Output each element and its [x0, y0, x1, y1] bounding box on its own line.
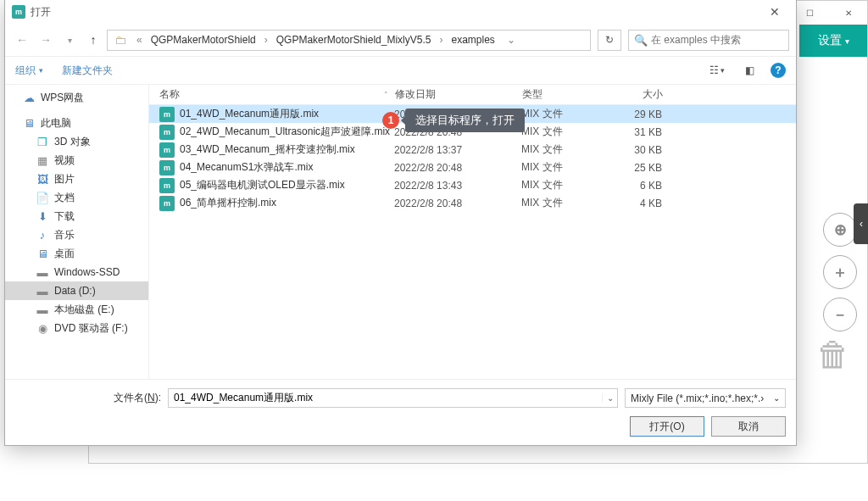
chevron-down-icon: ⌄ [773, 393, 780, 403]
tree-label: DVD 驱动器 (F:) [54, 321, 128, 336]
file-row[interactable]: m06_简单摇杆控制.mix2022/2/8 20:48MIX 文件4 KB [149, 194, 796, 212]
file-icon: m [159, 160, 175, 175]
tree-data-d[interactable]: ▬Data (D:) [5, 281, 148, 300]
tree-label: 下载 [54, 209, 75, 224]
cube-icon: ❒ [36, 136, 49, 148]
tree-3d-objects[interactable]: ❒3D 对象 [5, 132, 148, 151]
file-size: 29 KB [613, 109, 687, 120]
tree-local-e[interactable]: ▬本地磁盘 (E:) [5, 300, 148, 319]
help-button[interactable]: ? [771, 63, 786, 78]
app-icon: m [12, 5, 25, 19]
disc-icon: ◉ [36, 322, 49, 335]
tree-label: 此电脑 [41, 116, 71, 131]
filter-label: Mixly File (*.mix;*.ino;*.hex;*.› [631, 392, 764, 404]
cancel-button[interactable]: 取消 [711, 416, 786, 437]
file-row[interactable]: m03_4WD_Mecanum_摇杆变速控制.mix2022/2/8 13:37… [149, 141, 796, 159]
refresh-button[interactable]: ↻ [598, 30, 621, 51]
drive-icon: ▬ [36, 303, 49, 316]
file-date: 2022/2/8 20:48 [394, 198, 521, 209]
music-icon: ♪ [36, 229, 49, 242]
tree-label: 3D 对象 [54, 135, 91, 149]
nav-recent-button[interactable]: ▾ [59, 30, 80, 50]
tree-label: 视频 [54, 153, 75, 168]
file-list-header[interactable]: 名称˄ 修改日期 类型 大小 [149, 85, 796, 105]
picture-icon: 🖼 [36, 173, 49, 186]
file-icon: m [159, 196, 175, 211]
bg-target-button[interactable]: ⊕ [823, 213, 857, 247]
filename-input[interactable] [169, 392, 602, 404]
file-date: 2022/2/8 20:48 [394, 162, 521, 174]
file-icon: m [159, 178, 175, 193]
organize-menu[interactable]: 组织▾ [15, 64, 43, 78]
plus-icon: ＋ [832, 262, 848, 282]
tree-label: 桌面 [54, 247, 75, 261]
file-row[interactable]: m04_MecanumS1水弹战车.mix2022/2/8 20:48MIX 文… [149, 159, 796, 176]
sort-indicator-icon: ˄ [384, 91, 388, 99]
tree-dvd-f[interactable]: ◉DVD 驱动器 (F:) [5, 319, 148, 337]
filename-label: 文件名(N): [15, 391, 161, 405]
tree-label: 图片 [54, 172, 75, 186]
annotation-callout: 选择目标程序，打开 [405, 109, 525, 132]
breadcrumb-item-3[interactable]: examples [448, 32, 498, 47]
bg-settings-label: 设置 [818, 33, 842, 48]
tree-label: Windows-SSD [54, 266, 120, 278]
chevron-down-icon: ▾ [39, 66, 43, 75]
view-details-button[interactable]: ☷▾ [706, 62, 728, 79]
dialog-toolbar: 组织▾ 新建文件夹 ☷▾ ◧ ? [5, 56, 796, 85]
desktop-icon: 🖥 [36, 248, 49, 260]
target-icon: ⊕ [834, 220, 847, 239]
tree-this-pc[interactable]: 🖥此电脑 [5, 114, 148, 132]
tree-windows-ssd[interactable]: ▬Windows-SSD [5, 263, 148, 281]
preview-pane-button[interactable]: ◧ [738, 62, 760, 79]
tree-videos[interactable]: ▦视频 [5, 151, 148, 170]
bg-zoom-out-button[interactable]: － [823, 298, 857, 331]
tree-pictures[interactable]: 🖼图片 [5, 170, 148, 188]
col-size[interactable]: 大小 [614, 87, 688, 102]
tree-label: 本地磁盘 (E:) [54, 303, 114, 317]
tree-desktop[interactable]: 🖥桌面 [5, 244, 148, 263]
tree-documents[interactable]: 📄文档 [5, 188, 148, 207]
col-name[interactable]: 名称˄ [149, 87, 395, 102]
file-icon: m [159, 142, 175, 158]
bg-settings-button[interactable]: 设置 ▾ [799, 25, 867, 57]
breadcrumb[interactable]: 🗀 « QGPMakerMotorShield › QGPMakerMotorS… [107, 30, 591, 51]
new-folder-button[interactable]: 新建文件夹 [62, 64, 113, 78]
file-type: MIX 文件 [521, 178, 613, 192]
file-type: MIX 文件 [521, 160, 613, 175]
bg-close-button[interactable]: ✕ [829, 1, 867, 25]
tree-music[interactable]: ♪音乐 [5, 225, 148, 244]
breadcrumb-dropdown[interactable]: ⌄ [500, 34, 522, 46]
nav-tree[interactable]: ☁WPS网盘 🖥此电脑 ❒3D 对象 ▦视频 🖼图片 📄文档 ⬇下载 ♪音乐 🖥… [5, 85, 149, 379]
dialog-close-button[interactable]: ✕ [760, 0, 789, 24]
file-size: 25 KB [613, 162, 687, 174]
open-button[interactable]: 打开(O) [630, 416, 704, 437]
filename-dropdown[interactable]: ⌄ [602, 393, 617, 403]
minus-icon: － [832, 304, 848, 325]
breadcrumb-item-1[interactable]: QGPMakerMotorShield [147, 32, 259, 47]
tree-label: 文档 [54, 191, 75, 205]
file-icon: m [159, 107, 175, 122]
breadcrumb-item-2[interactable]: QGPMakerMotorShield_MixlyV5.5 [273, 32, 435, 47]
nav-forward-button[interactable]: → [36, 30, 56, 50]
tree-downloads[interactable]: ⬇下载 [5, 207, 148, 225]
col-type[interactable]: 类型 [522, 87, 614, 102]
document-icon: 📄 [36, 192, 49, 204]
search-box[interactable]: 🔍 [628, 30, 789, 51]
file-type-filter[interactable]: Mixly File (*.mix;*.ino;*.hex;*.› ⌄ [625, 388, 786, 408]
search-input[interactable] [651, 34, 783, 46]
file-rows: m01_4WD_Mecanum通用版.mix2022/2/8 20:48MIX … [149, 105, 796, 379]
dialog-nav: ← → ▾ ↑ 🗀 « QGPMakerMotorShield › QGPMak… [5, 24, 796, 56]
pc-icon: 🖥 [22, 117, 36, 130]
file-row[interactable]: m05_编码器电机测试OLED显示器.mix2022/2/8 13:43MIX … [149, 176, 796, 194]
bg-trash-button[interactable]: 🗑 [816, 336, 850, 378]
file-size: 4 KB [613, 198, 687, 209]
nav-up-button[interactable]: ↑ [83, 30, 103, 50]
col-date[interactable]: 修改日期 [395, 87, 522, 102]
search-icon: 🔍 [634, 34, 648, 47]
bg-zoom-in-button[interactable]: ＋ [823, 255, 857, 289]
nav-back-button[interactable]: ← [12, 30, 32, 50]
file-icon: m [159, 125, 175, 140]
bg-drawer-toggle[interactable]: ‹ [854, 203, 868, 244]
tree-wps[interactable]: ☁WPS网盘 [5, 88, 148, 107]
filename-combo[interactable]: ⌄ [168, 388, 618, 408]
